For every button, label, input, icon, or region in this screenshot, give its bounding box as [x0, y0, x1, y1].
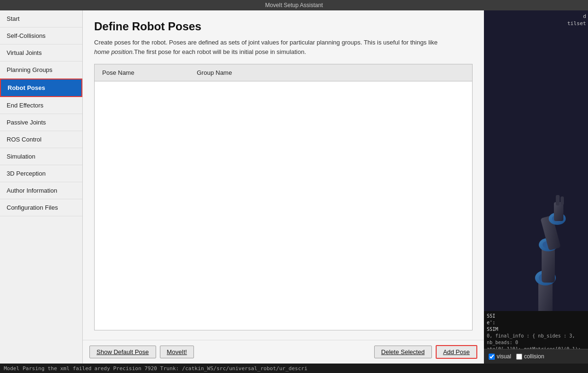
robot-viewport: d tilset — [484, 10, 588, 349]
sidebar-item-planning-groups[interactable]: Planning Groups — [0, 62, 82, 79]
sidebar-item-author-information[interactable]: Author Information — [0, 182, 82, 199]
visual-label: visual — [497, 353, 511, 360]
status-text-extra: aredy Precision 7920 Trunk: /catkin_WS/s… — [94, 365, 307, 372]
collision-label: collision — [524, 353, 544, 360]
page-description: Create poses for the robot. Poses are de… — [94, 38, 454, 56]
sidebar-item-configuration-files[interactable]: Configuration Files — [0, 199, 82, 216]
sidebar: Start Self-Collisions Virtual Joints Pla… — [0, 10, 83, 364]
sidebar-item-end-effectors[interactable]: End Effectors — [0, 97, 82, 114]
console-line-5: ate[0[-1]0]: getMatrices[0](0.1): 2: 2 — [487, 346, 585, 349]
poses-table: Pose Name Group Name — [94, 64, 473, 330]
sidebar-item-virtual-joints[interactable]: Virtual Joints — [0, 44, 82, 62]
col-group-name: Group Name — [189, 67, 239, 78]
visual-checkbox-group: visual — [489, 353, 511, 360]
sidebar-item-3d-perception[interactable]: 3D Perception — [0, 165, 82, 182]
right-panel-footer: visual collision — [484, 349, 588, 364]
content-area: Define Robot Poses Create poses for the … — [83, 10, 484, 364]
description-text-2: The first pose for each robot will be it… — [134, 48, 306, 55]
moveit-button[interactable]: MoveIt! — [160, 346, 194, 358]
table-body — [95, 81, 472, 330]
title-bar-text: MoveIt Setup Assistant — [0, 2, 588, 9]
status-bar: Model Parsing the xml failed aredy Preci… — [0, 364, 588, 373]
overlay-line-1: d — [567, 13, 586, 20]
description-text-1: Create poses for the robot. Poses are de… — [94, 39, 438, 46]
console-line-3: SSIM — [487, 326, 585, 333]
collision-checkbox[interactable] — [516, 354, 522, 360]
title-bar: MoveIt Setup Assistant — [0, 0, 588, 10]
delete-selected-button[interactable]: Delete Selected — [374, 346, 432, 358]
console-output: SSI e': SSIM 0, final_info : { nb_sides … — [484, 311, 588, 349]
sidebar-item-self-collisions[interactable]: Self-Collisions — [0, 27, 82, 44]
sidebar-item-robot-poses[interactable]: Robot Poses — [0, 79, 82, 97]
show-default-pose-button[interactable]: Show Default Pose — [89, 346, 156, 358]
sidebar-item-simulation[interactable]: Simulation — [0, 148, 82, 165]
status-text: Model Parsing the xml failed — [4, 365, 91, 372]
description-italic: home position. — [94, 48, 134, 55]
add-pose-button[interactable]: Add Pose — [436, 345, 477, 359]
collision-checkbox-group: collision — [516, 353, 544, 360]
right-panel: d tilset — [484, 10, 588, 364]
visual-checkbox[interactable] — [489, 354, 495, 360]
bottom-toolbar: Show Default Pose MoveIt! Delete Selecte… — [83, 340, 484, 364]
sidebar-item-passive-joints[interactable]: Passive Joints — [0, 114, 82, 131]
svg-rect-11 — [556, 195, 560, 205]
console-line-4: 0, final_info : { nb_sides : 3, nb_beads… — [487, 333, 585, 346]
overlay-line-2: tilset — [567, 20, 586, 27]
table-header: Pose Name Group Name — [95, 64, 472, 81]
sidebar-item-ros-control[interactable]: ROS Control — [0, 131, 82, 148]
col-pose-name: Pose Name — [95, 67, 189, 78]
console-line-2: e': — [487, 320, 585, 326]
svg-rect-12 — [561, 196, 564, 205]
console-line-1: SSI — [487, 313, 585, 320]
page-title: Define Robot Poses — [94, 20, 473, 33]
sidebar-item-start[interactable]: Start — [0, 10, 82, 27]
right-overlay: d tilset — [567, 13, 588, 27]
